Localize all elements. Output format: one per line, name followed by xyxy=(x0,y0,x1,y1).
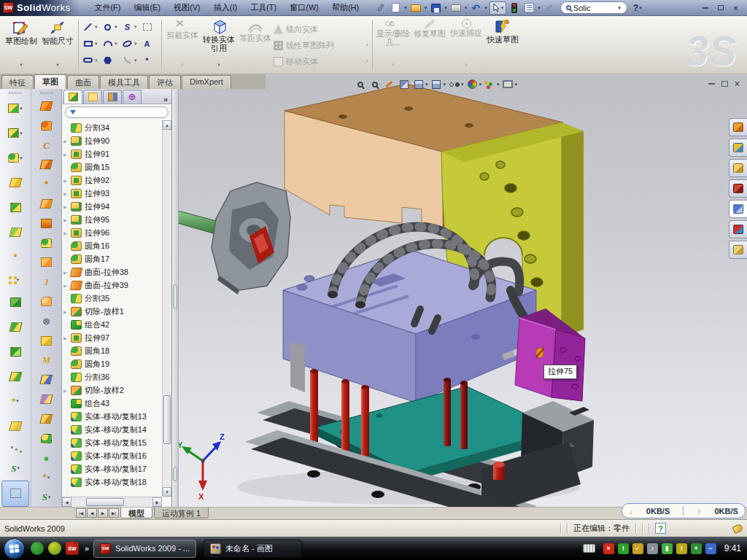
vertical-scroll-thumb[interactable] xyxy=(163,395,171,444)
linear-pattern-icon[interactable]: ▾ xyxy=(1,269,29,290)
tree-item-实体-移动/复制18[interactable]: 实体-移动/复制18 xyxy=(62,475,162,489)
sketch-ellipse-icon[interactable] xyxy=(120,37,134,50)
open-button[interactable] xyxy=(409,1,422,15)
feature-manager-tab[interactable] xyxy=(63,90,82,104)
tree-item-实体-移动/复制16[interactable]: 实体-移动/复制16 xyxy=(62,449,162,462)
move-copy-body-icon[interactable] xyxy=(1,365,29,389)
sketch-spline-icon[interactable]: S xyxy=(120,21,134,34)
3d-model[interactable]: Y Z X xyxy=(179,76,747,507)
draft-icon[interactable] xyxy=(1,219,29,244)
sketch-slot-icon[interactable] xyxy=(81,54,95,66)
print-button[interactable] xyxy=(449,1,462,15)
undo-button[interactable]: ↶ xyxy=(469,1,482,15)
tree-item-实体-移动/复制13[interactable]: 实体-移动/复制13 xyxy=(62,410,162,423)
revolved-surface-icon[interactable] xyxy=(33,116,61,136)
offset-surface-icon[interactable] xyxy=(33,214,61,233)
edit-appearance-icon[interactable] xyxy=(466,78,479,90)
view-orientation-icon[interactable] xyxy=(412,78,425,90)
convert-entities-button[interactable]: 转换实体引用▾ xyxy=(201,18,237,70)
offset-entities-button[interactable]: 等距实体 xyxy=(237,18,274,70)
extruded-boss-icon[interactable]: ▾ xyxy=(1,96,29,121)
sketch-line-icon[interactable] xyxy=(81,21,95,34)
start-button[interactable] xyxy=(4,538,25,559)
menu-文件(F)[interactable]: 文件(F) xyxy=(88,0,127,15)
combine-icon[interactable] xyxy=(1,340,29,365)
media-quick-icon[interactable] xyxy=(48,542,61,555)
splitter-handle[interactable] xyxy=(173,467,177,481)
model-stub-pin[interactable] xyxy=(493,462,505,480)
select-button[interactable]: ▾ xyxy=(489,1,507,15)
dimxpert-manager-tab[interactable]: ⊕ xyxy=(123,90,142,104)
fillet-icon[interactable]: ▾ xyxy=(1,146,29,171)
search-box[interactable]: Solic ▾ xyxy=(560,1,627,14)
sketch-region-icon[interactable] xyxy=(140,21,154,34)
extruded-cut-icon[interactable]: ▾ xyxy=(1,121,29,146)
extend-surface-icon[interactable] xyxy=(33,233,61,253)
quick-launch-chevron[interactable]: » xyxy=(85,544,89,553)
panel-splitter[interactable] xyxy=(172,89,179,507)
ruled-surface-icon[interactable]: J xyxy=(33,272,61,292)
menu-视图(V)[interactable]: 视图(V) xyxy=(167,0,207,15)
first-tab-button[interactable]: |◀ xyxy=(76,508,86,518)
filled-surface-icon[interactable] xyxy=(33,155,61,174)
zoom-fit-icon[interactable] xyxy=(354,78,366,90)
close-button[interactable]: × xyxy=(730,3,741,12)
untrim-surface-icon[interactable] xyxy=(33,292,61,311)
scroll-right-button[interactable]: ▶ xyxy=(152,497,162,507)
tree-item-拉伸94[interactable]: ▶拉伸94 xyxy=(62,200,162,213)
tree-item-拉伸92[interactable]: ▶拉伸92 xyxy=(62,174,162,187)
tree-item-分割34[interactable]: 分割34 xyxy=(62,121,162,134)
next-tab-button[interactable]: ▶ xyxy=(98,508,108,518)
tab-评估[interactable]: 评估 xyxy=(149,75,181,89)
tree-item-组合43[interactable]: 组合43 xyxy=(62,397,162,410)
tree-item-拉伸95[interactable]: ▶拉伸95 xyxy=(62,213,162,226)
sketch-button[interactable]: 草图绘制▾ xyxy=(3,18,39,70)
parting-line-icon[interactable]: M xyxy=(33,351,61,370)
tree-item-拉伸96[interactable]: ▶拉伸96 xyxy=(62,226,162,239)
rapid-sketch-button[interactable]: 快速草图 xyxy=(484,18,521,70)
update-tray-icon[interactable]: ✓ xyxy=(632,543,643,554)
move-entities-button[interactable]: 移动实体▾ xyxy=(274,54,370,69)
file-explorer-tab[interactable] xyxy=(729,159,747,177)
swept-surface-icon[interactable] xyxy=(33,96,61,116)
sketch-point-icon[interactable]: * xyxy=(140,54,154,66)
volume-tray-icon[interactable]: ♪ xyxy=(647,543,658,554)
taskbar-button-未命名 - 画图[interactable]: 未命名 - 画图 xyxy=(204,540,302,558)
quick-snaps-button[interactable]: 快速捕捉▾ xyxy=(448,18,484,70)
tree-item-分割35[interactable]: 分割35 xyxy=(62,292,162,305)
menu-帮助(H)[interactable]: 帮助(H) xyxy=(325,0,365,15)
menu-工具(T)[interactable]: 工具(T) xyxy=(244,0,283,15)
chamfer-icon[interactable] xyxy=(1,171,29,195)
solidworks-quick-icon[interactable]: SW xyxy=(66,542,79,555)
tree-vertical-scrollbar[interactable]: ▲ ▼ xyxy=(162,120,171,497)
tree-item-圆角18[interactable]: 圆角18 xyxy=(62,344,162,357)
solidworks-resources-tab[interactable] xyxy=(729,179,747,198)
rebuild-button[interactable] xyxy=(508,1,521,15)
dome-icon[interactable] xyxy=(33,429,61,448)
horizontal-scroll-thumb[interactable] xyxy=(86,498,124,506)
zoom-selection-icon[interactable] xyxy=(383,78,395,90)
graphics-viewport[interactable]: Y Z X ▾▾▾▾▾▾ × 拉伸75 xyxy=(179,76,747,507)
tree-item-曲面-拉伸38[interactable]: ▶曲面-拉伸38 xyxy=(62,265,162,279)
help-button[interactable]: ? xyxy=(633,3,638,13)
configuration-manager-tab[interactable] xyxy=(103,90,122,104)
tree-filter-input[interactable] xyxy=(65,106,169,118)
options-button[interactable] xyxy=(522,1,535,15)
defender-tray-icon[interactable]: + xyxy=(691,543,702,554)
tree-item-切除-放样2[interactable]: ▶切除-放样2 xyxy=(62,384,162,397)
tree-horizontal-scrollbar[interactable]: ◀ ▶ xyxy=(62,497,162,507)
section-view-icon[interactable] xyxy=(398,78,410,90)
tree-item-圆角16[interactable]: 圆角16 xyxy=(62,239,162,252)
restore-button[interactable] xyxy=(715,3,726,12)
delete-face-icon[interactable]: ⊗ xyxy=(33,311,61,331)
tree-item-拉伸93[interactable]: ▶拉伸93 xyxy=(62,187,162,200)
indent-icon[interactable]: S▾ xyxy=(33,487,61,507)
sketch-text-icon[interactable]: A xyxy=(140,37,154,50)
keyboard-layout-icon[interactable] xyxy=(583,544,595,553)
scroll-up-button[interactable]: ▲ xyxy=(163,120,171,130)
sketch-arc-icon[interactable] xyxy=(101,37,115,50)
model-nozzle-assembly[interactable] xyxy=(179,182,290,295)
instant3d-icon[interactable] xyxy=(1,481,29,507)
new-document-button[interactable] xyxy=(389,1,402,15)
tags-icon[interactable] xyxy=(732,523,743,534)
